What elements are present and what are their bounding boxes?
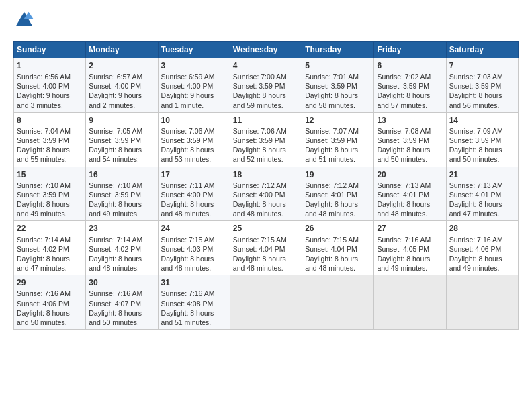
day-info-line: Daylight: 8 hours (89, 199, 154, 209)
day-info-line: and 50 minutes. (89, 318, 154, 327)
day-info-line: and 48 minutes. (161, 209, 227, 218)
day-info-line: and 50 minutes. (449, 154, 515, 164)
day-info-line: and 59 minutes. (233, 101, 299, 110)
day-info-line: and 48 minutes. (161, 263, 227, 273)
day-info-line: Sunset: 3:59 PM (17, 190, 83, 199)
page-container: SundayMondayTuesdayWednesdayThursdayFrid… (0, 0, 532, 338)
day-info-line: Daylight: 8 hours (161, 145, 227, 154)
day-info-line: Sunset: 4:03 PM (161, 244, 227, 254)
day-info-line: Sunrise: 7:14 AM (17, 235, 83, 244)
day-info-line: Sunrise: 7:16 AM (89, 289, 154, 298)
day-info-line: Daylight: 8 hours (161, 254, 227, 263)
day-number: 9 (89, 115, 154, 126)
day-number: 2 (89, 60, 154, 71)
day-info-line: Sunrise: 7:06 AM (233, 126, 299, 136)
day-number: 29 (17, 277, 83, 288)
calendar-cell: 21Sunrise: 7:13 AMSunset: 4:01 PMDayligh… (446, 167, 518, 221)
calendar-cell: 24Sunrise: 7:15 AMSunset: 4:03 PMDayligh… (158, 221, 230, 275)
day-info-line: Daylight: 9 hours (89, 91, 154, 100)
day-info-line: Sunset: 4:04 PM (305, 244, 371, 254)
calendar-cell: 15Sunrise: 7:10 AMSunset: 3:59 PMDayligh… (14, 167, 86, 221)
day-info-line: and 50 minutes. (17, 318, 83, 327)
calendar-week-row: 1Sunrise: 6:56 AMSunset: 4:00 PMDaylight… (14, 58, 519, 112)
day-number: 18 (233, 169, 299, 180)
header-day-thursday: Thursday (302, 41, 374, 58)
day-number: 27 (377, 223, 443, 234)
day-info-line: and 53 minutes. (161, 154, 227, 164)
day-number: 15 (17, 169, 83, 180)
calendar-cell: 9Sunrise: 7:05 AMSunset: 3:59 PMDaylight… (86, 112, 158, 167)
calendar-cell: 20Sunrise: 7:13 AMSunset: 4:01 PMDayligh… (374, 167, 446, 221)
day-info-line: Sunset: 3:59 PM (17, 136, 83, 145)
day-info-line: and 48 minutes. (233, 209, 299, 218)
day-info-line: Daylight: 8 hours (17, 254, 83, 263)
day-info-line: Sunset: 4:01 PM (305, 190, 371, 199)
calendar-cell (302, 275, 374, 330)
day-info-line: and 47 minutes. (449, 209, 515, 218)
calendar-cell: 13Sunrise: 7:08 AMSunset: 3:59 PMDayligh… (374, 112, 446, 167)
day-info-line: Sunrise: 7:13 AM (449, 181, 515, 190)
calendar-cell: 12Sunrise: 7:07 AMSunset: 3:59 PMDayligh… (302, 112, 374, 167)
day-info-line: Sunrise: 7:12 AM (305, 181, 371, 190)
calendar-cell: 30Sunrise: 7:16 AMSunset: 4:07 PMDayligh… (86, 275, 158, 330)
calendar-cell: 7Sunrise: 7:03 AMSunset: 3:59 PMDaylight… (446, 58, 518, 112)
day-info-line: Daylight: 8 hours (17, 145, 83, 154)
logo-text (13, 11, 34, 33)
day-number: 25 (233, 223, 299, 234)
day-number: 21 (449, 169, 515, 180)
day-info-line: Sunrise: 7:08 AM (377, 126, 443, 136)
day-info-line: Daylight: 8 hours (377, 145, 443, 154)
day-info-line: Sunset: 4:01 PM (377, 190, 443, 199)
day-info-line: Sunset: 3:59 PM (377, 136, 443, 145)
day-info-line: Sunrise: 6:56 AM (17, 72, 83, 81)
day-info-line: and 49 minutes. (449, 263, 515, 273)
day-info-line: Daylight: 8 hours (377, 254, 443, 263)
day-info-line: and 49 minutes. (89, 209, 154, 218)
day-info-line: and 54 minutes. (89, 154, 154, 164)
calendar-cell: 1Sunrise: 6:56 AMSunset: 4:00 PMDaylight… (14, 58, 86, 112)
day-info-line: and 49 minutes. (17, 209, 83, 218)
calendar-header: SundayMondayTuesdayWednesdayThursdayFrid… (14, 41, 519, 58)
day-info-line: Sunrise: 7:11 AM (161, 181, 227, 190)
day-info-line: Sunrise: 7:10 AM (17, 181, 83, 190)
day-info-line: Sunset: 3:59 PM (449, 136, 515, 145)
day-info-line: and 55 minutes. (17, 154, 83, 164)
day-info-line: Sunset: 4:00 PM (161, 190, 227, 199)
day-number: 28 (449, 223, 515, 234)
calendar-cell: 31Sunrise: 7:16 AMSunset: 4:08 PMDayligh… (158, 275, 230, 330)
day-info-line: Daylight: 8 hours (89, 145, 154, 154)
day-info-line: Sunset: 4:00 PM (161, 81, 227, 91)
day-number: 23 (89, 223, 154, 234)
calendar-cell: 17Sunrise: 7:11 AMSunset: 4:00 PMDayligh… (158, 167, 230, 221)
calendar-cell: 26Sunrise: 7:15 AMSunset: 4:04 PMDayligh… (302, 221, 374, 275)
calendar-cell (230, 275, 302, 330)
calendar-cell: 2Sunrise: 6:57 AMSunset: 4:00 PMDaylight… (86, 58, 158, 112)
calendar-cell: 11Sunrise: 7:06 AMSunset: 3:59 PMDayligh… (230, 112, 302, 167)
day-info-line: Sunset: 4:00 PM (89, 81, 154, 91)
calendar-cell: 29Sunrise: 7:16 AMSunset: 4:06 PMDayligh… (14, 275, 86, 330)
header-day-sunday: Sunday (14, 41, 86, 58)
day-info-line: and 1 minute. (161, 101, 227, 110)
day-info-line: Sunrise: 7:16 AM (161, 289, 227, 298)
header-day-wednesday: Wednesday (230, 41, 302, 58)
day-number: 30 (89, 277, 154, 288)
day-info-line: and 56 minutes. (449, 101, 515, 110)
day-number: 10 (161, 115, 227, 126)
day-info-line: Sunrise: 7:02 AM (377, 72, 443, 81)
day-info-line: Daylight: 8 hours (89, 254, 154, 263)
day-number: 24 (161, 223, 227, 234)
day-info-line: Daylight: 8 hours (305, 91, 371, 100)
day-info-line: Sunset: 4:06 PM (449, 244, 515, 254)
day-info-line: and 48 minutes. (305, 263, 371, 273)
day-info-line: and 48 minutes. (377, 209, 443, 218)
day-info-line: and 51 minutes. (161, 318, 227, 327)
calendar-cell: 3Sunrise: 6:59 AMSunset: 4:00 PMDaylight… (158, 58, 230, 112)
day-info-line: and 48 minutes. (305, 209, 371, 218)
day-info-line: Daylight: 8 hours (17, 308, 83, 318)
header (13, 11, 519, 33)
day-info-line: Sunset: 4:05 PM (377, 244, 443, 254)
day-number: 13 (377, 115, 443, 126)
day-info-line: Sunrise: 7:06 AM (161, 126, 227, 136)
header-day-friday: Friday (374, 41, 446, 58)
day-info-line: Sunrise: 7:03 AM (449, 72, 515, 81)
